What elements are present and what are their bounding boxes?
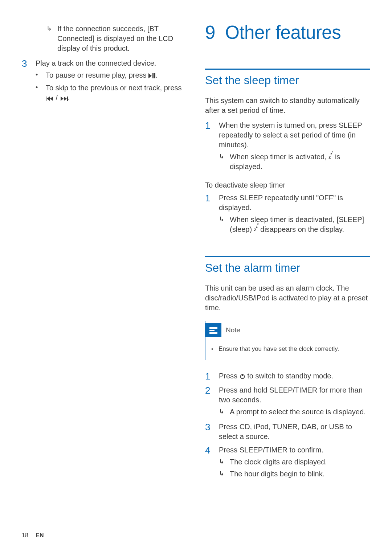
- svg-rect-3: [46, 97, 46, 101]
- section-divider: [205, 256, 370, 257]
- chapter-number: 9: [205, 22, 215, 43]
- chapter-title: 9 Other features: [205, 22, 370, 43]
- svg-rect-10: [209, 330, 215, 331]
- svg-marker-6: [61, 97, 64, 101]
- alarm-step-1: 1 Press to switch to standby mode.: [205, 371, 370, 382]
- bullet-pause-resume: • To pause or resume play, press .: [36, 70, 187, 81]
- step-number: 1: [205, 120, 219, 173]
- result-item: ↳ When sleep timer is activated, zzz is …: [219, 152, 370, 172]
- alarm-s4-pre: Press: [219, 446, 240, 454]
- sleep-zz-icon: zzz: [254, 227, 258, 232]
- skip-previous-icon: [46, 94, 54, 103]
- result-item: ↳ A prompt to select the source is displ…: [219, 407, 370, 417]
- deact-d1-r1-post: disappears on the display.: [258, 225, 344, 233]
- sleep-intro: This system can switch to standby automa…: [205, 96, 370, 115]
- result-arrow-icon: ↳: [219, 469, 230, 479]
- result-arrow-icon: ↳: [46, 24, 57, 53]
- left-column: ↳ If the connection succeeds, [BT Connec…: [22, 22, 187, 484]
- sleep-s1-bold: SLEEP: [339, 121, 362, 129]
- svg-rect-11: [209, 332, 217, 334]
- result-arrow-icon: ↳: [219, 457, 230, 467]
- alarm-s3-pre: Press: [219, 423, 240, 431]
- note-box: Note • Ensure that you have set the cloc…: [205, 321, 370, 360]
- alarm-heading: Set the alarm timer: [205, 262, 370, 275]
- note-bullet: • Ensure that you have set the clock cor…: [211, 345, 364, 353]
- s3-usb: USB: [329, 423, 344, 431]
- svg-rect-1: [152, 73, 154, 78]
- alarm-s2-pre: Press and hold: [219, 386, 269, 394]
- alarm-s4-r2: The hour digits begin to blink.: [230, 469, 370, 479]
- step-number: 3: [22, 58, 36, 105]
- section-divider: [205, 69, 370, 70]
- s3-ipod: iPod: [254, 423, 269, 431]
- note-icon: [205, 323, 221, 337]
- svg-marker-7: [64, 97, 67, 101]
- svg-marker-5: [50, 97, 53, 101]
- alarm-intro: This unit can be used as an alarm clock.…: [205, 283, 370, 313]
- s3-cd: CD: [240, 423, 250, 431]
- step-number: 1: [205, 371, 219, 382]
- step-number: 3: [205, 422, 219, 442]
- deactivate-heading: To deactivate sleep timer: [205, 181, 370, 189]
- alarm-s2-r1: A prompt to select the source is display…: [230, 407, 370, 417]
- result-item: ↳ When sleep timer is deactivated, [SLEE…: [219, 215, 370, 234]
- alarm-step-3: 3 Press CD, iPod, TUNER, DAB, or USB to …: [205, 422, 370, 442]
- step-number: 2: [205, 385, 219, 418]
- alarm-s2-bold: SLEEP/TIMER: [269, 386, 317, 394]
- step3-text: Play a track on the connected device.: [36, 59, 156, 67]
- result-arrow-icon: ↳: [219, 407, 230, 417]
- result-item: ↳ The clock digits are displayed.: [219, 457, 370, 467]
- result-arrow-icon: ↳: [219, 152, 230, 172]
- page-footer: 18 EN: [22, 532, 44, 539]
- sleep-zz-icon: zzz: [328, 155, 333, 160]
- alarm-s1-pre: Press: [219, 372, 240, 380]
- deact-d1-bold: SLEEP: [240, 194, 263, 202]
- sleep-heading: Set the sleep timer: [205, 74, 370, 87]
- play-pause-icon: [148, 71, 156, 81]
- alarm-step-4: 4 Press SLEEP/TIMER to confirm. ↳ The cl…: [205, 445, 370, 480]
- pause-resume-post: .: [156, 71, 158, 79]
- right-column: 9 Other features Set the sleep timer Thi…: [205, 22, 370, 484]
- result-item: ↳ The hour digits begin to blink.: [219, 469, 370, 479]
- chapter-title-text: Other features: [225, 22, 341, 43]
- bullet-dot-icon: •: [36, 83, 46, 103]
- pause-resume-pre: To pause or resume play, press: [46, 71, 148, 79]
- svg-rect-2: [154, 73, 155, 78]
- power-icon: [240, 372, 245, 382]
- connection-result-text: If the connection succeeds, [BT Connecte…: [57, 24, 187, 53]
- bullet-dot-icon: •: [211, 345, 219, 353]
- alarm-s4-r1: The clock digits are displayed.: [230, 457, 370, 467]
- sleep-s1-post: repeatedly to select a set period of tim…: [219, 131, 356, 149]
- deact-d1-pre: Press: [219, 194, 240, 202]
- alarm-s4-bold: SLEEP/TIMER: [240, 446, 287, 454]
- alarm-s1-post: to switch to standby mode.: [245, 372, 333, 380]
- deactivate-step-1: 1 Press SLEEP repeatedly until "OFF" is …: [205, 193, 370, 236]
- step-number: 1: [205, 193, 219, 236]
- alarm-step-2: 2 Press and hold SLEEP/TIMER for more th…: [205, 385, 370, 418]
- sleep-step-1: 1 When the system is turned on, press SL…: [205, 120, 370, 173]
- skip-next-icon: [60, 94, 68, 103]
- alarm-s4-post: to confirm.: [287, 446, 323, 454]
- skip-mid: /: [54, 94, 60, 102]
- note-label: Note: [226, 326, 240, 334]
- s3-dab: DAB: [302, 423, 317, 431]
- result-arrow-icon: ↳: [219, 215, 230, 234]
- sleep-s1-pre: When the system is turned on, press: [219, 121, 339, 129]
- sleep-s1-r1-pre: When sleep timer is activated,: [230, 153, 328, 161]
- step-number: 4: [205, 445, 219, 480]
- page-number: 18: [22, 532, 28, 538]
- bullet-skip: • To skip to the previous or next track,…: [36, 83, 187, 103]
- skip-pre: To skip to the previous or next track, p…: [46, 84, 182, 92]
- note-text: Ensure that you have set the clock corre…: [219, 345, 364, 353]
- bullet-dot-icon: •: [36, 70, 46, 81]
- left-step-3: 3 Play a track on the connected device. …: [22, 58, 187, 105]
- svg-marker-4: [47, 97, 50, 101]
- s3-tuner: TUNER: [273, 423, 298, 431]
- language-code: EN: [36, 532, 44, 538]
- svg-marker-0: [148, 73, 152, 78]
- result-item: ↳ If the connection succeeds, [BT Connec…: [46, 24, 187, 53]
- svg-rect-9: [209, 327, 217, 329]
- skip-post: .: [68, 94, 70, 102]
